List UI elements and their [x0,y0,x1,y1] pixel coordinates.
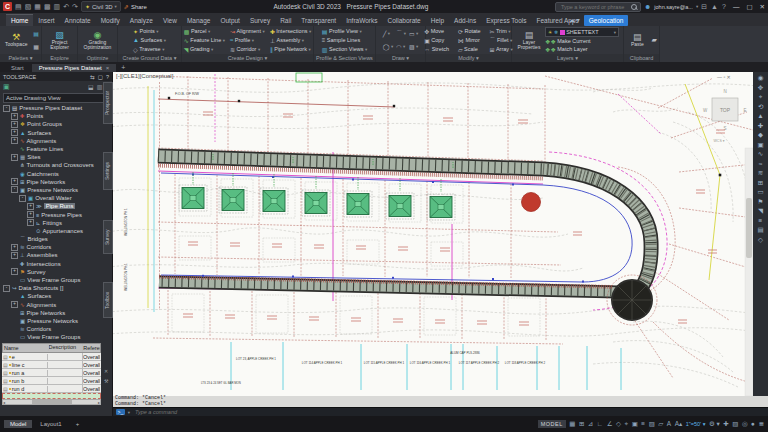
corridor-tool-icon[interactable]: ≋ [758,169,763,176]
point-tool-icon[interactable]: ✚ [758,122,763,129]
tree-expander[interactable]: + [11,137,18,144]
active-drawing-icon[interactable]: ▣ [3,83,10,91]
stretch-tool[interactable]: ↔ Stretch ▾ [424,45,453,53]
measure-tool-icon[interactable]: ◇ [758,236,763,243]
viewcube-top-face[interactable]: TOP [720,107,731,113]
feature-line-tool[interactable]: ∿ Feature Line ▾ [184,36,225,44]
autoscale-icon[interactable]: A▴ [675,420,683,428]
run d[interactable]: ▤ run d Overall W [2,385,101,393]
tree-expander[interactable]: + [11,113,18,120]
command-input[interactable] [133,408,437,416]
tree-item[interactable]: - ▣ Pressure Networks [1,186,101,194]
model-tab[interactable]: Model [4,420,32,428]
tab-prospector[interactable]: Prospector [103,82,113,124]
new-file-icon[interactable]: ▤ [15,2,22,11]
panel-label[interactable]: Palettes ▾ [0,54,41,62]
layout1-tab[interactable]: Layout1 [34,420,67,428]
corridor-tool[interactable]: ≋ Corridor ▾ [230,45,265,53]
view-selector-dropdown[interactable]: Active Drawing View ▾ [3,93,109,103]
circle-tool[interactable]: ◯ ▾ [383,43,393,51]
tree-item[interactable]: - ▤ Pressure Pipes Dataset [1,104,101,112]
panel-label[interactable]: Layers ▾ [512,54,623,62]
tree-item[interactable]: + ≋ Corridors [1,243,101,251]
survey-point[interactable] [238,100,240,102]
tree-item[interactable]: ✚ Intersections [1,260,101,268]
ribbon-tab[interactable]: Help [426,15,449,26]
annotation-monitor-icon[interactable]: ✚ [723,420,728,428]
tree-item[interactable]: ▲ Surfaces [1,292,101,300]
close-button[interactable]: ✕ [760,3,765,11]
ribbon-tab[interactable]: Output [215,15,245,26]
pan-icon[interactable]: ✥ [758,84,763,91]
red-marker[interactable] [522,193,541,212]
quick-properties-icon[interactable]: ▨ [732,420,738,428]
copy-tool[interactable]: ▣ Copy ▾ [424,36,453,44]
close-tab-icon[interactable]: × [106,65,110,71]
ribbon-tab[interactable]: Analyze [125,15,158,26]
alignment-tool-icon[interactable]: ∿ [758,150,763,157]
run a[interactable]: ▤ run a Overall W [2,369,101,377]
tab-settings[interactable]: Settings [103,152,113,190]
layer-dropdown[interactable]: ☀ ❄ SHEETTEXT ▾ [545,27,619,37]
item-view-icon[interactable]: ⬓ [88,83,94,90]
rectangle-tool[interactable]: ▭ ▾ [409,29,418,37]
column-reference[interactable]: Referen [83,345,100,351]
survey-tool-icon[interactable]: ⚑ [758,198,764,205]
application-menu-button[interactable]: C [3,2,12,11]
tree-expander[interactable]: + [11,301,18,308]
panel-label[interactable]: Create Design ▾ [182,54,313,62]
ribbon-tab[interactable]: Annotate [60,15,96,26]
signed-in-user[interactable]: john.sayre@a... [654,4,693,10]
project-explorer-button[interactable]: ▧ Project Explorer [45,30,75,51]
survey-point[interactable] [168,97,170,99]
profile-view-tool[interactable]: ▤ Profile View ▾ [322,27,367,35]
arc-tool[interactable]: ⌒ ▾ [396,29,406,37]
command-options-icon[interactable]: ▾ [128,410,130,415]
undo-icon[interactable]: ↶ [63,2,69,11]
viewcube-north[interactable]: N [723,89,726,94]
object-snap-icon[interactable]: ▣ [632,420,638,428]
surface-tool-icon[interactable]: ◆ [758,131,763,138]
tree-expander[interactable]: + [27,219,34,226]
viewport-controls-label[interactable]: [-][CLE1][Conceptual] [116,73,173,79]
annotation-visibility-icon[interactable]: A [667,420,671,428]
tree-item[interactable]: ≋ Corridors [1,325,101,333]
scale-tool[interactable]: ▱ Scale ▾ [458,45,485,53]
scrollbar-thumb[interactable] [32,400,72,404]
toolspace-button[interactable]: ⚒ Toolspace [2,32,30,48]
palette-settings-icon[interactable]: ⚒ [104,378,108,384]
tree-item[interactable]: + ∿ Alignments [1,137,101,145]
run b[interactable]: ▤ run b Overall W [2,377,101,385]
isolate-objects-icon[interactable]: ◎ [742,420,748,428]
ortho-icon[interactable]: ∟ [597,420,603,428]
fillet-tool[interactable]: ⌒ Fillet ▾ [489,36,512,44]
tree-expander[interactable]: + [27,203,34,210]
graphics-performance-icon[interactable]: ● [751,420,755,428]
profile-tool[interactable]: ≈ Profile ▾ [230,36,265,44]
clean-screen-icon[interactable]: ≣ [759,420,764,428]
tree-item[interactable]: + ⊞ Pipe Networks [1,178,101,186]
polar-tracking-icon[interactable]: ∠ [607,420,613,428]
open-folder-icon[interactable]: ▧ [25,2,32,11]
viewcube-east[interactable]: E [743,108,746,113]
section-tool-icon[interactable]: ▭ [757,188,763,195]
grading-tool[interactable]: ◥ Grading ▾ [184,45,225,53]
new-layout-tab[interactable]: + [70,420,86,428]
autohide-icon[interactable]: ⇆ [90,74,95,80]
snap-icon[interactable]: ⊞ [579,420,584,428]
tree-item[interactable]: ▭ View Frame Groups [1,276,101,284]
search-box[interactable] [555,2,641,12]
match-layer-button[interactable]: ❖❖ Match Layer [545,45,619,53]
ribbon-tab[interactable]: Survey [245,15,275,26]
scroll-left-icon[interactable]: ◂ [3,400,5,405]
report-tool-icon[interactable]: ▤ [757,226,763,233]
tree-item[interactable]: - ↪ Data Shortcuts [] [1,284,101,292]
annotation-scale-dropdown[interactable]: 1"=50' ▾ [686,421,706,427]
ribbon-tab[interactable]: Express Tools [481,15,531,26]
assembly-tool[interactable]: ⊥ Assembly ▾ [270,36,311,44]
preview-icon[interactable]: ▥ [97,83,103,90]
parcel-tool[interactable]: ▩ Parcel ▾ [184,27,225,35]
cart-icon[interactable]: ⊟ [701,2,707,11]
vertical-scrollbar[interactable] [745,148,753,396]
save-as-icon[interactable]: ▩ [44,2,51,11]
